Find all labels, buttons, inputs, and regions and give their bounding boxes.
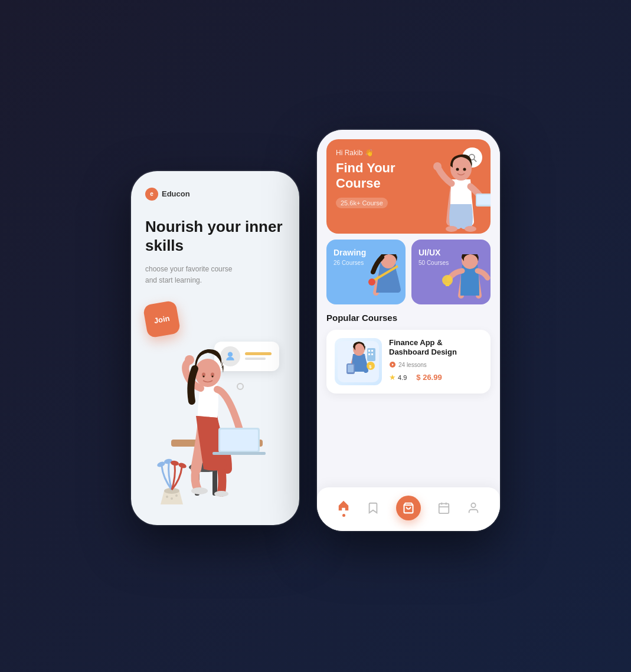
logo: e Educon	[145, 188, 285, 201]
svg-point-34	[465, 226, 476, 232]
svg-rect-44	[371, 350, 373, 352]
scene: e Educon Nourish your inner skills choos…	[131, 142, 500, 531]
svg-point-32	[463, 168, 466, 171]
svg-point-27	[433, 162, 442, 171]
svg-point-16	[211, 375, 213, 377]
course-price: $ 26.99	[416, 373, 442, 382]
popular-courses-title: Popular Courses	[326, 313, 491, 323]
svg-text:$: $	[369, 364, 372, 369]
bottom-nav	[317, 487, 500, 531]
svg-point-19	[171, 497, 173, 500]
svg-point-15	[202, 375, 204, 377]
svg-point-33	[446, 226, 457, 232]
svg-rect-11	[212, 452, 266, 455]
svg-rect-54	[439, 503, 449, 513]
nav-calendar[interactable]	[437, 501, 450, 514]
svg-point-12	[195, 359, 221, 387]
active-dot	[342, 514, 345, 517]
profile-icon	[467, 501, 480, 514]
course-count: 25.6k+ Course	[336, 198, 388, 208]
svg-point-8	[185, 355, 194, 365]
plant-illustration	[151, 448, 192, 507]
logo-icon: e	[145, 188, 158, 201]
subtitle: choose your favorite courseand start lea…	[145, 264, 285, 286]
logo-text: Educon	[162, 189, 190, 198]
course-title: Finance App & Dashboard Design	[389, 338, 482, 358]
svg-point-20	[175, 494, 178, 497]
phone-onboarding: e Educon Nourish your inner skills choos…	[131, 171, 299, 525]
course-info: Finance App & Dashboard Design 24 lesson…	[389, 338, 482, 382]
svg-rect-50	[348, 365, 354, 372]
course-meta: ★ 4.9 $ 26.99	[389, 373, 482, 382]
svg-rect-10	[220, 430, 258, 451]
course-rating: ★ 4.9	[389, 373, 407, 382]
nav-profile[interactable]	[467, 501, 480, 514]
svg-rect-29	[477, 195, 491, 205]
calendar-icon	[437, 501, 450, 514]
bag-active-icon	[396, 496, 421, 520]
svg-rect-45	[368, 353, 370, 355]
svg-point-18	[166, 496, 168, 498]
drawing-category[interactable]: Drawing 26 Courses	[326, 240, 406, 304]
nav-home[interactable]	[337, 499, 350, 517]
svg-point-31	[456, 168, 459, 171]
svg-point-6	[191, 487, 208, 494]
bookmark-icon	[367, 501, 380, 514]
svg-point-37	[368, 278, 375, 286]
nav-bookmark[interactable]	[367, 501, 380, 514]
course-card[interactable]: $ Finance App & Dashboard Design 24 less…	[326, 330, 491, 394]
svg-point-7	[214, 491, 228, 497]
phone-main-app: Hi Rakib 👋 Find YourCourse 25.6k+ Course	[317, 130, 500, 531]
hero-woman-illustration	[426, 151, 491, 234]
course-thumbnail: $	[335, 338, 382, 385]
join-button[interactable]: Join	[143, 300, 181, 338]
headline: Nourish your inner skills	[145, 217, 285, 255]
illustration-area	[145, 336, 285, 513]
course-lessons: 24 lessons	[389, 361, 482, 368]
svg-rect-46	[371, 353, 373, 355]
categories-row: Drawing 26 Courses	[326, 240, 491, 304]
home-icon	[337, 499, 350, 512]
uiux-category[interactable]: UI/UX 50 Courses	[411, 240, 491, 304]
hero-banner: Hi Rakib 👋 Find YourCourse 25.6k+ Course	[326, 139, 491, 234]
svg-rect-43	[368, 350, 370, 352]
svg-point-58	[471, 503, 475, 507]
nav-bag[interactable]	[396, 496, 421, 520]
